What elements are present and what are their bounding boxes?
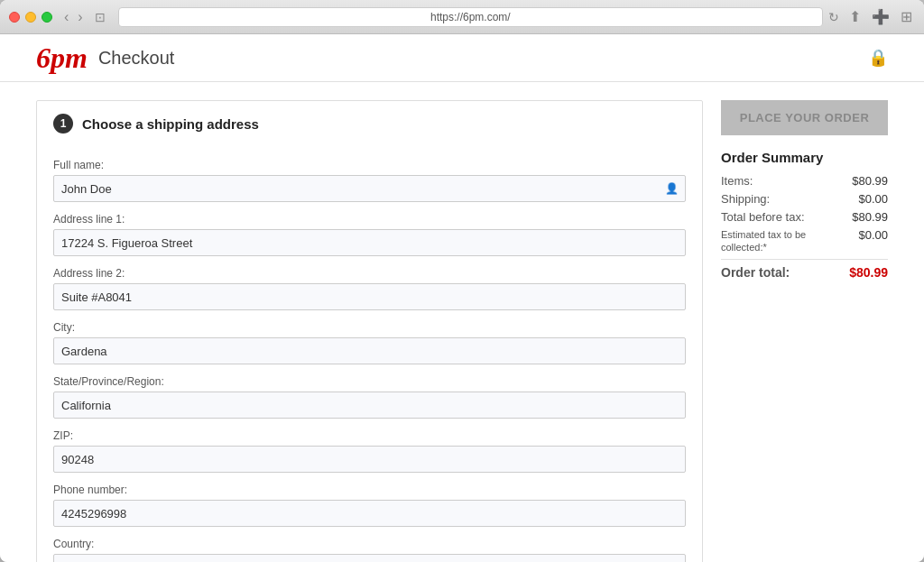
city-label: City: bbox=[53, 321, 686, 334]
site-logo: 6pm bbox=[36, 43, 88, 72]
reload-button[interactable]: ↻ bbox=[828, 10, 839, 24]
country-select[interactable]: United States bbox=[53, 554, 686, 562]
sidebar-button[interactable]: ⊞ bbox=[898, 8, 915, 25]
browser-titlebar: ‹ › ⊡ https://6pm.com/ ↻ ⬆ ➕ ⊞ bbox=[0, 0, 924, 34]
url-text: https://6pm.com/ bbox=[430, 11, 511, 23]
full-name-wrapper: 👤 bbox=[53, 175, 686, 202]
right-panel: PLACE YOUR ORDER Order Summary Items: $8… bbox=[721, 100, 888, 284]
back-button[interactable]: ‹ bbox=[61, 9, 71, 25]
add-bookmark-button[interactable]: ➕ bbox=[869, 8, 892, 25]
zip-group: ZIP: bbox=[53, 429, 686, 473]
address2-label: Address line 2: bbox=[53, 267, 686, 280]
tax-row: Estimated tax to be collected:* $0.00 bbox=[721, 228, 888, 254]
left-panel: 1 Choose a shipping address Full name: 👤 bbox=[36, 100, 703, 562]
browser-content: 6pm Checkout 🔒 1 Choose a shipping addre… bbox=[0, 34, 924, 562]
address2-input[interactable] bbox=[53, 283, 686, 310]
lock-icon: 🔒 bbox=[868, 48, 888, 68]
phone-group: Phone number: bbox=[53, 484, 686, 527]
step-1-number: 1 bbox=[53, 114, 73, 134]
total-amount: $80.99 bbox=[849, 265, 888, 280]
country-group: Country: United States bbox=[53, 538, 686, 562]
browser-window: ‹ › ⊡ https://6pm.com/ ↻ ⬆ ➕ ⊞ 6pm Check… bbox=[0, 0, 924, 562]
items-row: Items: $80.99 bbox=[721, 174, 888, 188]
toolbar-right: ⬆ ➕ ⊞ bbox=[846, 8, 915, 25]
city-input[interactable] bbox=[53, 337, 686, 364]
country-label: Country: bbox=[53, 538, 686, 550]
shipping-amount: $0.00 bbox=[858, 192, 888, 206]
state-group: State/Province/Region: bbox=[53, 375, 686, 419]
address-bar[interactable]: https://6pm.com/ bbox=[118, 7, 823, 27]
address1-label: Address line 1: bbox=[53, 213, 686, 226]
forward-button[interactable]: › bbox=[75, 9, 85, 25]
order-summary-box: Order Summary Items: $80.99 Shipping: $0… bbox=[721, 150, 888, 280]
address2-group: Address line 2: bbox=[53, 267, 686, 310]
zip-label: ZIP: bbox=[53, 429, 686, 442]
step-1-title: Choose a shipping address bbox=[82, 116, 259, 132]
step-1-panel: 1 Choose a shipping address Full name: 👤 bbox=[36, 100, 703, 562]
logo-area: 6pm Checkout bbox=[36, 43, 174, 72]
main-content: 1 Choose a shipping address Full name: 👤 bbox=[0, 82, 924, 562]
tax-amount: $0.00 bbox=[858, 228, 888, 242]
minimize-button[interactable] bbox=[25, 12, 36, 23]
step-1-content: Full name: 👤 Address line 1: bbox=[37, 146, 702, 562]
place-order-button[interactable]: PLACE YOUR ORDER bbox=[721, 100, 888, 135]
tax-label: Estimated tax to be collected:* bbox=[721, 228, 820, 254]
shipping-label: Shipping: bbox=[721, 192, 770, 206]
phone-input[interactable] bbox=[53, 500, 686, 527]
before-tax-row: Total before tax: $80.99 bbox=[721, 210, 888, 224]
full-name-group: Full name: 👤 bbox=[53, 159, 686, 202]
traffic-lights bbox=[9, 12, 52, 23]
nav-buttons: ‹ › bbox=[61, 9, 86, 25]
summary-divider bbox=[721, 259, 888, 260]
address1-input[interactable] bbox=[53, 229, 686, 256]
close-button[interactable] bbox=[9, 12, 20, 23]
maximize-button[interactable] bbox=[42, 12, 52, 23]
phone-label: Phone number: bbox=[53, 484, 686, 496]
site-header: 6pm Checkout 🔒 bbox=[0, 34, 924, 82]
before-tax-amount: $80.99 bbox=[852, 210, 888, 224]
full-name-input[interactable] bbox=[53, 175, 686, 202]
before-tax-label: Total before tax: bbox=[721, 210, 805, 224]
state-label: State/Province/Region: bbox=[53, 375, 686, 388]
full-name-label: Full name: bbox=[53, 159, 686, 171]
step-1-header: 1 Choose a shipping address bbox=[37, 101, 702, 146]
reader-button[interactable]: ⊡ bbox=[95, 10, 106, 24]
order-summary-title: Order Summary bbox=[721, 150, 888, 165]
total-label: Order total: bbox=[721, 265, 790, 280]
state-input[interactable] bbox=[53, 392, 686, 419]
items-amount: $80.99 bbox=[852, 174, 888, 188]
address1-group: Address line 1: bbox=[53, 213, 686, 256]
total-row: Order total: $80.99 bbox=[721, 265, 888, 280]
items-label: Items: bbox=[721, 174, 753, 188]
person-icon: 👤 bbox=[665, 182, 679, 195]
checkout-title: Checkout bbox=[98, 48, 175, 69]
shipping-row: Shipping: $0.00 bbox=[721, 192, 888, 206]
zip-input[interactable] bbox=[53, 446, 686, 473]
city-group: City: bbox=[53, 321, 686, 364]
share-button[interactable]: ⬆ bbox=[846, 8, 864, 25]
